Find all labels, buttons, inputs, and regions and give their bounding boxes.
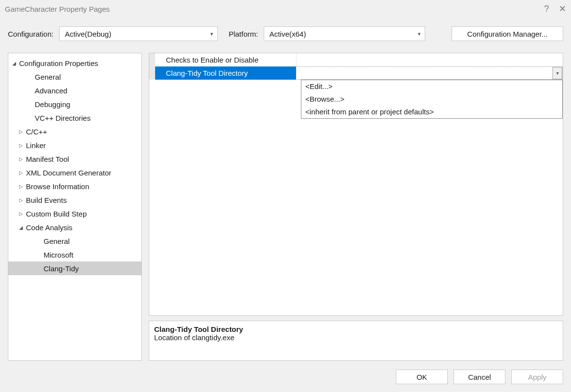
tree-root[interactable]: ◢ Configuration Properties <box>8 56 141 70</box>
chevron-down-icon: ▾ <box>210 31 213 37</box>
expand-collapse-icon[interactable]: ▷ <box>19 129 26 134</box>
chevron-down-icon: ▾ <box>418 31 421 37</box>
tree-item-label: Custom Build Step <box>26 210 87 218</box>
property-grid[interactable]: Checks to Enable or DisableClang-Tidy To… <box>149 53 563 316</box>
tree-item-label: C/C++ <box>26 128 47 136</box>
expand-collapse-icon[interactable]: ▷ <box>19 143 26 148</box>
tree-item-label: Manifest Tool <box>26 155 69 163</box>
tree-item[interactable]: ▷C/C++ <box>8 125 141 138</box>
tree-item-label: Code Analysis <box>26 223 72 232</box>
cancel-button[interactable]: Cancel <box>454 370 505 384</box>
tree-item[interactable]: Debugging <box>8 97 141 111</box>
titlebar: GameCharacter Property Pages ? ✕ <box>0 0 571 18</box>
tree-item[interactable]: ▷Browse Information <box>8 179 141 193</box>
tree-item-label: Linker <box>26 141 46 150</box>
description-text: Location of clangtidy.exe <box>154 333 558 342</box>
tree-item-label: XML Document Generator <box>26 169 112 177</box>
tree-item[interactable]: ◢Code Analysis <box>8 220 141 234</box>
dropdown-option[interactable]: <Browse...> <box>301 93 562 106</box>
value-dropdown[interactable]: <Edit...><Browse...><inherit from parent… <box>301 80 563 119</box>
property-name: Checks to Enable or Disable <box>149 53 296 66</box>
tree-item-label: Clang-Tidy <box>44 264 79 273</box>
ok-button[interactable]: OK <box>396 370 448 384</box>
expand-collapse-icon[interactable]: ▷ <box>19 184 26 189</box>
configuration-value: Active(Debug) <box>65 30 111 38</box>
expand-collapse-icon[interactable]: ▷ <box>19 197 26 203</box>
description-title: Clang-Tidy Tool Directory <box>154 325 558 333</box>
help-icon[interactable]: ? <box>544 4 549 13</box>
tree-item-label: Build Events <box>26 196 67 204</box>
tree-item-label: Microsoft <box>44 251 73 259</box>
expand-collapse-icon[interactable]: ▷ <box>19 170 26 175</box>
platform-combo[interactable]: Active(x64) ▾ <box>264 26 425 41</box>
property-name: Clang-Tidy Tool Directory <box>149 66 296 80</box>
property-value[interactable]: ▾ <box>296 66 563 80</box>
dropdown-option[interactable]: <inherit from parent or project defaults… <box>301 106 562 118</box>
tree-item-label: Advanced <box>35 87 68 95</box>
configuration-manager-button[interactable]: Configuration Manager... <box>452 26 563 41</box>
expand-collapse-icon[interactable]: ◢ <box>12 61 19 66</box>
footer: OK Cancel Apply <box>396 370 563 384</box>
expand-collapse-icon[interactable]: ▷ <box>19 211 26 217</box>
tree-item[interactable]: ▷Linker <box>8 138 141 152</box>
dropdown-button[interactable]: ▾ <box>552 67 562 79</box>
tree-item[interactable]: VC++ Directories <box>8 111 141 125</box>
property-row[interactable]: Checks to Enable or Disable <box>149 53 563 66</box>
tree-item[interactable]: General <box>8 234 141 248</box>
tree-item[interactable]: General <box>8 70 141 84</box>
platform-value: Active(x64) <box>269 30 306 38</box>
property-row[interactable]: Clang-Tidy Tool Directory▾ <box>149 66 563 80</box>
tree-item[interactable]: Clang-Tidy <box>8 261 141 275</box>
tree-item-label: Debugging <box>35 100 70 109</box>
tree-item[interactable]: Advanced <box>8 84 141 97</box>
tree-item[interactable]: ▷Build Events <box>8 193 141 207</box>
tree-item[interactable]: ▷Manifest Tool <box>8 152 141 166</box>
apply-button[interactable]: Apply <box>511 370 563 384</box>
dropdown-option[interactable]: <Edit...> <box>301 80 562 93</box>
tree-item-label: General <box>44 237 69 245</box>
platform-label: Platform: <box>228 30 258 38</box>
tree-item[interactable]: ▷XML Document Generator <box>8 166 141 179</box>
expand-collapse-icon[interactable]: ▷ <box>19 156 26 162</box>
tree-item-label: General <box>35 73 61 81</box>
configuration-label: Configuration: <box>8 30 53 38</box>
close-icon[interactable]: ✕ <box>559 4 566 13</box>
window-title: GameCharacter Property Pages <box>5 5 110 13</box>
property-value[interactable] <box>296 53 563 66</box>
tree-item[interactable]: ▷Custom Build Step <box>8 207 141 220</box>
expand-collapse-icon[interactable]: ◢ <box>19 225 26 230</box>
tree-item-label: VC++ Directories <box>35 114 91 122</box>
description-box: Clang-Tidy Tool Directory Location of cl… <box>149 321 563 361</box>
tree-item-label: Browse Information <box>26 182 89 191</box>
topbar: Configuration: Active(Debug) ▾ Platform:… <box>0 18 571 50</box>
tree-item[interactable]: Microsoft <box>8 248 141 261</box>
tree[interactable]: ◢ Configuration Properties GeneralAdvanc… <box>8 53 142 361</box>
configuration-combo[interactable]: Active(Debug) ▾ <box>59 26 218 41</box>
